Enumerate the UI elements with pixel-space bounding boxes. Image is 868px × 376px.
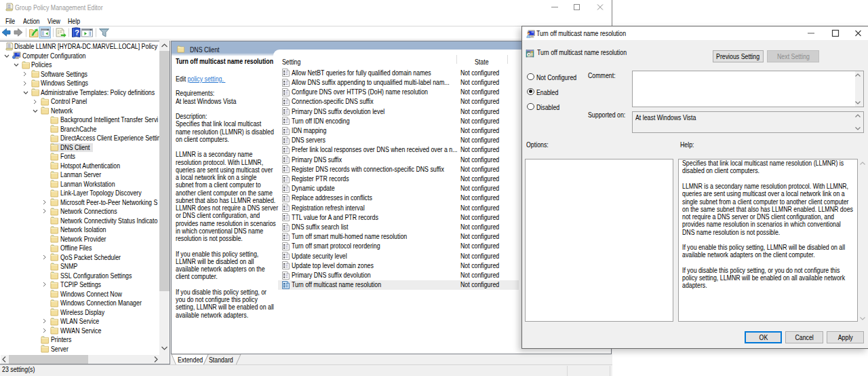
svg-text:?: ?: [75, 29, 79, 37]
